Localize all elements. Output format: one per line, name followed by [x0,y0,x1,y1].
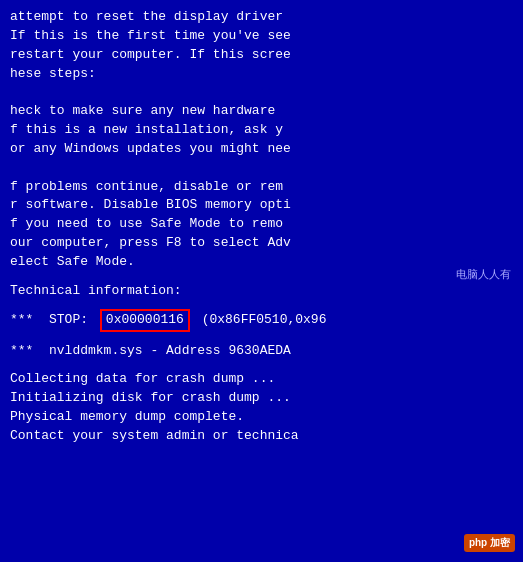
line11: f you need to use Safe Mode to remo [10,215,513,234]
crash-line4: Contact your system admin or technica [10,427,513,446]
stop-prefix: *** STOP: [10,311,96,330]
watermark-copyright: 电脑人人有 [456,268,511,284]
line12: our computer, press F8 to select Adv [10,234,513,253]
stop-code: 0x00000116 [100,309,190,332]
line10: r software. Disable BIOS memory opti [10,196,513,215]
driver-line: *** nvlddmkm.sys - Address 9630AEDA [10,342,513,361]
line7: or any Windows updates you might nee [10,140,513,159]
crash-section: Collecting data for crash dump ... Initi… [10,370,513,445]
line2: restart your computer. If this scree [10,46,513,65]
line4 [10,83,513,102]
technical-info-label: Technical information: [10,282,513,301]
line8 [10,159,513,178]
line6: f this is a new installation, ask y [10,121,513,140]
stop-line: *** STOP: 0x00000116 (0x86FF0510,0x96 [10,309,513,332]
line13: elect Safe Mode. [10,253,513,272]
crash-line3: Physical memory dump complete. [10,408,513,427]
line3: hese steps: [10,65,513,84]
line5: heck to make sure any new hardware [10,102,513,121]
stop-suffix: (0x86FF0510,0x96 [194,311,327,330]
line9: f problems continue, disable or rem [10,178,513,197]
technical-section: Technical information: [10,282,513,301]
crash-line1: Collecting data for crash dump ... [10,370,513,389]
attempt-line: attempt to reset the display driver [10,8,513,27]
crash-line2: Initializing disk for crash dump ... [10,389,513,408]
bsod-screen: attempt to reset the display driver If t… [0,0,523,562]
watermark-php: php 加密 [464,534,515,553]
line1: If this is the first time you've see [10,27,513,46]
